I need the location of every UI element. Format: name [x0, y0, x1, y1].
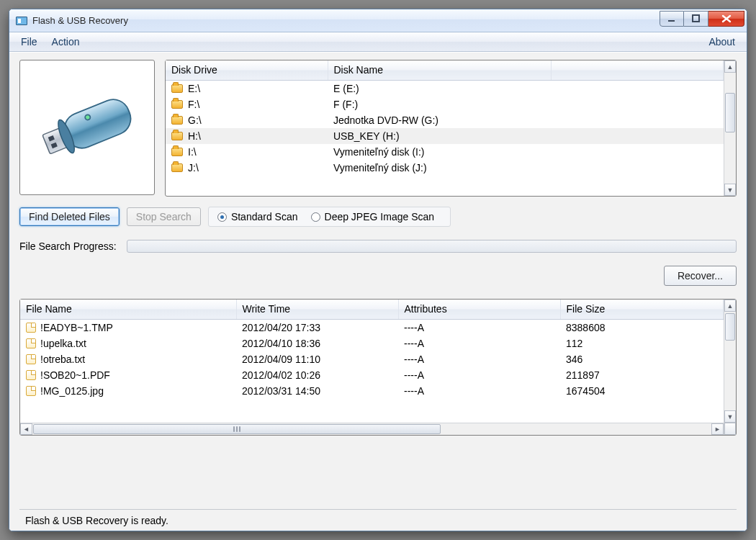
stop-search-button[interactable]: Stop Search [127, 207, 201, 226]
progress-label: File Search Progress: [19, 240, 117, 252]
drive-row[interactable]: G:\Jednotka DVD-RW (G:) [166, 112, 724, 128]
drive-list: Disk Drive Disk Name E:\E (E:)F:\F (F:)G… [165, 60, 737, 197]
file-row[interactable]: !SOB20~1.PDF2012/04/02 10:26----A211897 [20, 367, 724, 383]
file-icon [26, 386, 36, 396]
selected-drive-graphic [19, 60, 155, 195]
hscroll-thumb[interactable] [33, 424, 441, 434]
drives-col-blank[interactable] [551, 60, 724, 81]
scroll-thumb[interactable] [725, 93, 735, 132]
standard-scan-label: Standard Scan [231, 211, 298, 222]
file-icon [26, 354, 36, 364]
maximize-button[interactable] [684, 11, 708, 27]
drive-scrollbar[interactable]: ▲ ▼ [724, 60, 736, 196]
client-area: Disk Drive Disk Name E:\E (E:)F:\F (F:)G… [9, 52, 747, 531]
maximize-icon [692, 14, 701, 23]
folder-icon [171, 116, 183, 125]
scroll-up-icon[interactable]: ▲ [724, 300, 736, 312]
titlebar: Flash & USB Recovery [9, 9, 747, 32]
folder-icon [171, 100, 183, 109]
folder-icon [171, 163, 183, 172]
scroll-down-icon[interactable]: ▼ [724, 410, 736, 423]
file-list: File Name Write Time Attributes File Siz… [19, 299, 737, 436]
drive-row[interactable]: H:\USB_KEY (H:) [166, 128, 724, 144]
status-text: Flash & USB Recovery is ready. [25, 515, 168, 526]
standard-scan-option[interactable]: Standard Scan [213, 210, 307, 224]
status-bar: Flash & USB Recovery is ready. [19, 509, 737, 531]
file-icon [26, 338, 36, 348]
file-row[interactable]: !EADYB~1.TMP2012/04/20 17:33----A8388608 [20, 320, 724, 336]
scroll-up-icon[interactable]: ▲ [724, 60, 736, 73]
file-icon [26, 323, 36, 333]
drives-col-drive[interactable]: Disk Drive [166, 60, 328, 81]
window-title: Flash & USB Recovery [32, 15, 128, 26]
svg-rect-1 [693, 15, 699, 22]
folder-icon [171, 132, 183, 140]
close-icon [721, 14, 732, 23]
menu-action[interactable]: Action [45, 34, 87, 50]
app-window: Flash & USB Recovery File Action About [9, 9, 747, 531]
scroll-down-icon[interactable]: ▼ [724, 184, 736, 196]
files-col-time[interactable]: Write Time [236, 300, 398, 320]
close-button[interactable] [708, 11, 744, 27]
svg-rect-0 [668, 20, 675, 22]
recover-button[interactable]: Recover... [664, 266, 737, 286]
file-row[interactable]: !upelka.txt2012/04/10 18:36----A112 [20, 336, 724, 351]
scroll-thumb[interactable] [725, 313, 735, 341]
file-icon [26, 370, 36, 380]
progress-bar [127, 240, 737, 253]
menu-file[interactable]: File [14, 34, 45, 50]
app-icon [16, 17, 27, 25]
file-row[interactable]: !otreba.txt2012/04/09 11:10----A346 [20, 351, 724, 367]
deep-scan-label: Deep JPEG Image Scan [325, 211, 435, 222]
files-col-name[interactable]: File Name [20, 300, 236, 320]
drive-row[interactable]: E:\E (E:) [166, 81, 724, 97]
folder-icon [171, 84, 183, 93]
radio-unchecked-icon [311, 212, 320, 222]
file-hscrollbar[interactable]: ◄ ► [20, 423, 724, 435]
scroll-right-icon[interactable]: ► [711, 423, 724, 435]
radio-checked-icon [217, 212, 227, 222]
drive-row[interactable]: I:\Vymeniteľný disk (I:) [166, 144, 724, 160]
scroll-left-icon[interactable]: ◄ [20, 423, 32, 435]
menubar: File Action About [9, 32, 747, 52]
usb-drive-icon [33, 84, 141, 171]
minimize-button[interactable] [660, 11, 684, 27]
drives-col-name[interactable]: Disk Name [328, 60, 551, 81]
menu-about[interactable]: About [701, 34, 742, 50]
deep-scan-option[interactable]: Deep JPEG Image Scan [307, 210, 444, 224]
file-row[interactable]: !MG_0125.jpg2012/03/31 14:50----A1674504 [20, 383, 724, 399]
window-controls [660, 11, 744, 27]
drive-row[interactable]: J:\Vymeniteľný disk (J:) [166, 160, 724, 176]
folder-icon [171, 148, 183, 156]
file-vscrollbar[interactable]: ▲ ▼ [724, 300, 736, 435]
scan-mode-group: Standard Scan Deep JPEG Image Scan [208, 207, 451, 227]
minimize-icon [667, 14, 676, 23]
find-deleted-files-button[interactable]: Find Deleted Files [19, 207, 120, 226]
files-col-attr[interactable]: Attributes [398, 300, 560, 320]
scroll-corner [724, 423, 736, 435]
drive-row[interactable]: F:\F (F:) [166, 96, 724, 112]
files-col-size[interactable]: File Size [560, 300, 724, 320]
